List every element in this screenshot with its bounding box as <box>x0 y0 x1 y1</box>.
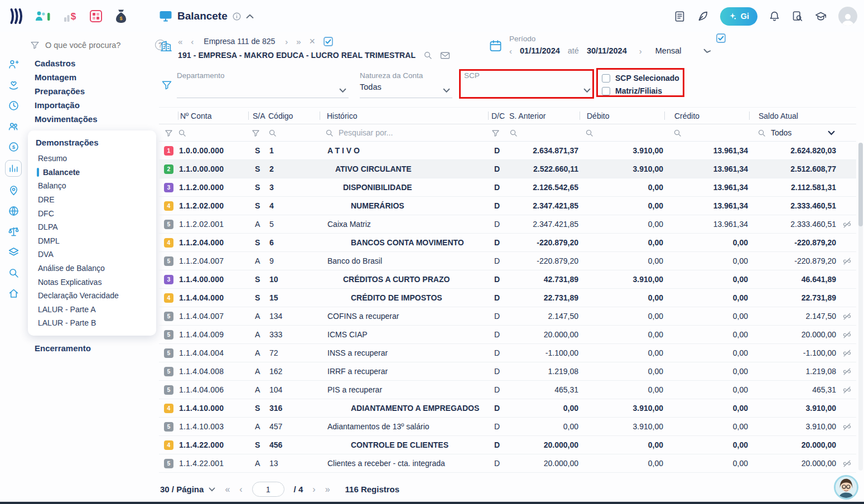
sidebar-item-importacao[interactable]: Importação <box>27 98 159 112</box>
natureza-conta-select[interactable]: Natureza da Conta Todas <box>360 71 452 98</box>
header-anterior[interactable]: S. Anterior <box>506 108 580 124</box>
header-conta[interactable]: Nº Conta <box>178 108 248 124</box>
first-page-button[interactable]: « <box>225 484 230 495</box>
filter-codigo[interactable] <box>265 124 320 141</box>
accounting-module-icon[interactable] <box>89 9 103 23</box>
header-codigo[interactable]: Código <box>265 108 320 124</box>
sidebar-search-input[interactable] <box>45 41 149 50</box>
page-size-select[interactable]: 30 / Página <box>160 484 215 494</box>
submenu-item-lalur-parte-b[interactable]: LALUR - Parte B <box>28 316 156 330</box>
users-module-icon[interactable] <box>35 9 51 23</box>
table-row[interactable]: 41.1.4.10.000S316ADIANTAMENTO A EMPREGAD… <box>159 399 856 418</box>
coin-dollar-icon[interactable]: $ <box>5 139 22 154</box>
payroll-module-icon[interactable]: $ <box>64 9 77 23</box>
unlink-icon[interactable] <box>837 459 856 468</box>
notifications-bell-icon[interactable] <box>769 11 780 22</box>
company-search-icon[interactable] <box>423 51 432 60</box>
table-row[interactable]: 51.1.4.04.004A72INSS a recuperarD-1.100,… <box>159 344 856 362</box>
unlink-icon[interactable] <box>837 348 856 358</box>
table-row[interactable]: 51.1.4.04.009A333ICMS CIAPD20.000,000,00… <box>159 326 856 344</box>
users-icon[interactable] <box>5 119 22 133</box>
table-row[interactable]: 51.1.4.22.001A13Clientes a receber - cta… <box>159 454 856 473</box>
next-period-button[interactable]: › <box>639 47 642 55</box>
submenu-item-analise-de-balanco[interactable]: Análise de Balanço <box>28 261 156 275</box>
header-debito[interactable]: Débito <box>580 108 664 124</box>
support-chat-avatar[interactable] <box>834 475 858 500</box>
period-start-date[interactable]: 01/11/2024 <box>520 46 560 55</box>
prev-period-button[interactable]: ‹ <box>509 47 512 55</box>
submenu-item-dfc[interactable]: DFC <box>28 206 156 220</box>
sidebar-item-encerramento[interactable]: Encerramento <box>27 341 159 355</box>
user-avatar[interactable] <box>838 7 857 26</box>
prev-company-button[interactable]: ‹ <box>191 37 194 46</box>
unlink-icon[interactable] <box>837 220 856 229</box>
submenu-item-lalur-parte-a[interactable]: LALUR - Parte A <box>28 303 156 317</box>
filter-sa[interactable] <box>248 124 265 141</box>
scp-selecionado-checkbox[interactable]: SCP Selecionado <box>602 74 679 83</box>
unlink-icon[interactable] <box>837 330 856 340</box>
table-row[interactable]: 51.1.4.04.007A134COFINS a recuperarD2.14… <box>159 307 856 326</box>
table-row[interactable]: 41.1.4.04.000S15CRÉDITO DE IMPOSTOSD22.7… <box>159 289 856 307</box>
globe-icon[interactable] <box>5 203 22 218</box>
chevron-down-icon[interactable] <box>828 130 835 135</box>
sidebar-item-movimentacoes[interactable]: Movimentações <box>27 112 159 126</box>
matriz-filiais-checkbox[interactable]: Matriz/Filiais <box>602 86 679 95</box>
info-icon[interactable] <box>233 12 241 21</box>
last-company-button[interactable]: » <box>296 37 301 46</box>
signature-pen-icon[interactable] <box>697 10 709 22</box>
header-credito[interactable]: Crédito <box>664 108 749 124</box>
filter-anterior[interactable] <box>506 124 580 141</box>
filter-conta[interactable] <box>159 124 248 141</box>
header-saldo[interactable]: Saldo Atual <box>749 108 837 124</box>
app-logo-icon[interactable] <box>9 8 23 25</box>
unlink-icon[interactable] <box>837 256 856 266</box>
header-historico[interactable]: Histórico <box>320 108 488 124</box>
table-row[interactable]: 21.1.0.00.000S2ATIVO CIRCULANTED2.522.66… <box>159 160 856 178</box>
table-row[interactable]: 11.0.0.00.000S1A T I V OD2.634.871,373.9… <box>159 142 856 160</box>
scp-select[interactable]: SCP <box>464 71 593 98</box>
submenu-item-dmpl[interactable]: DMPL <box>28 234 156 248</box>
close-company-icon[interactable]: × <box>310 36 316 46</box>
filter-credito[interactable] <box>664 124 749 141</box>
departamento-select[interactable]: Departamento <box>177 71 349 98</box>
table-row[interactable]: 51.1.4.10.003A457Adiantamentos de 13º sa… <box>159 418 856 436</box>
table-row[interactable]: 51.1.4.04.006A104PIS a recuperarD465,310… <box>159 381 856 399</box>
next-page-button[interactable]: › <box>312 484 315 495</box>
chart-bars-icon[interactable] <box>5 160 22 177</box>
table-scrollbar[interactable] <box>858 143 863 471</box>
header-dc[interactable]: D/C <box>488 108 506 124</box>
submenu-item-balancete[interactable]: Balancete <box>28 166 156 180</box>
first-company-button[interactable]: « <box>178 37 182 46</box>
period-end-date[interactable]: 30/11/2024 <box>587 46 627 55</box>
audit-search-icon[interactable] <box>791 11 803 22</box>
filter-historico[interactable] <box>320 124 488 141</box>
last-page-button[interactable]: » <box>325 484 330 495</box>
submenu-item-dlpa[interactable]: DLPA <box>28 220 156 234</box>
submenu-item-notas-explicativas[interactable]: Notas Explicativas <box>28 275 156 289</box>
header-sa[interactable]: S/A <box>248 108 265 124</box>
education-cap-icon[interactable] <box>814 11 827 22</box>
search-icon[interactable] <box>5 265 22 280</box>
period-mode-select[interactable]: Mensal <box>655 46 682 55</box>
person-pin-icon[interactable] <box>5 183 22 197</box>
mail-icon[interactable] <box>440 51 450 60</box>
table-row[interactable]: 51.1.4.04.008A162IRRF a recuperarD1.219,… <box>159 362 856 381</box>
finance-module-icon[interactable]: $ <box>115 9 127 23</box>
filter-debito[interactable] <box>580 124 664 141</box>
next-company-button[interactable]: › <box>285 37 288 46</box>
unlink-icon[interactable] <box>837 385 856 395</box>
sidebar-item-cadastros[interactable]: Cadastros <box>27 56 159 70</box>
unlink-icon[interactable] <box>837 312 856 321</box>
layers-icon[interactable] <box>5 245 22 259</box>
table-row[interactable]: 41.1.4.22.000S456CONTROLE DE CLIENTESD20… <box>159 436 856 454</box>
sidebar-item-demonstracoes[interactable]: Demonstrações <box>28 135 156 152</box>
table-row[interactable]: 31.1.4.00.000S10CRÉDITOS A CURTO PRAZOD4… <box>159 270 856 289</box>
filter-saldo[interactable]: Todos <box>749 124 837 141</box>
unlink-icon[interactable] <box>837 422 856 432</box>
unlink-icon[interactable] <box>837 367 856 376</box>
filter-dc[interactable] <box>488 124 506 141</box>
sidebar-item-montagem[interactable]: Montagem <box>27 70 159 84</box>
gi-assistant-button[interactable]: Gi <box>720 7 757 26</box>
table-row[interactable]: 41.1.2.02.000S4NUMERÁRIOSD2.347.421,850,… <box>159 197 856 215</box>
table-row[interactable]: 51.1.2.04.007A9Banco do BrasilD-220.879,… <box>159 252 856 270</box>
